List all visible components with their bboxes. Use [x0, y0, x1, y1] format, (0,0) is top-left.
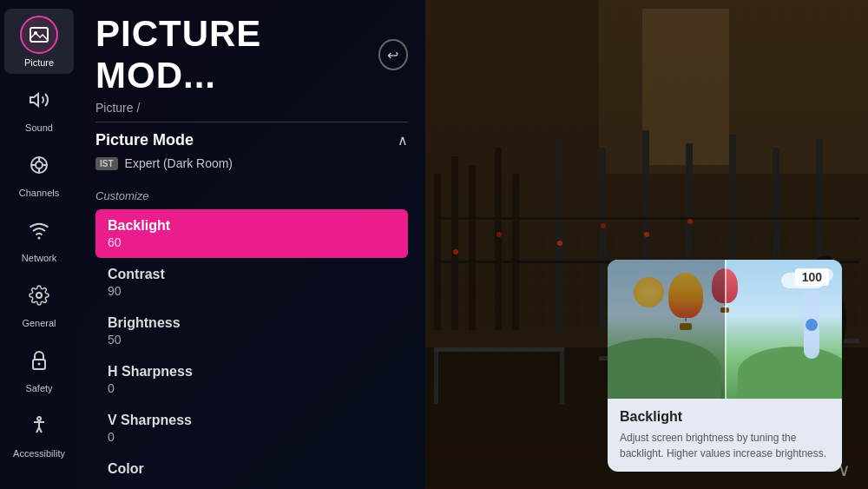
svg-rect-7 — [495, 148, 502, 330]
picture-mode-section: Picture Mode ∧ — [95, 131, 408, 149]
sidebar-channels-label: Channels — [19, 188, 59, 198]
svg-point-30 — [687, 219, 693, 224]
safety-icon — [20, 341, 58, 380]
svg-rect-6 — [469, 165, 476, 330]
sidebar-item-picture[interactable]: Picture — [4, 9, 74, 74]
color-name: Color — [108, 461, 396, 477]
sidebar-general-label: General — [22, 318, 56, 328]
v-sharpness-name: V Sharpness — [108, 413, 396, 428]
backlight-name: Backlight — [108, 218, 396, 234]
brightness-indicator: 100 — [795, 268, 829, 359]
svg-rect-22 — [560, 352, 564, 404]
sidebar: Picture Sound Channels — [0, 0, 78, 489]
svg-point-27 — [557, 241, 562, 246]
svg-point-28 — [601, 223, 606, 228]
balloon-scene: 100 — [608, 260, 842, 399]
sidebar-sound-label: Sound — [25, 122, 53, 133]
sidebar-item-accessibility[interactable]: Accessibility — [4, 400, 74, 465]
back-button[interactable]: ↩ — [378, 39, 408, 70]
svg-rect-4 — [434, 174, 441, 330]
svg-rect-5 — [451, 156, 458, 330]
sidebar-item-sound[interactable]: Sound — [4, 74, 74, 139]
svg-point-41 — [36, 293, 42, 298]
contrast-value: 90 — [108, 284, 396, 298]
sidebar-item-safety[interactable]: Safety — [4, 334, 74, 400]
slider-value: 100 — [795, 268, 829, 286]
channels-icon — [20, 146, 58, 184]
sidebar-item-general[interactable]: General — [4, 269, 74, 334]
sidebar-item-channels[interactable]: Channels — [4, 139, 74, 204]
sidebar-safety-label: Safety — [25, 383, 52, 393]
back-icon: ↩ — [387, 47, 398, 63]
picture-mode-info: IST Expert (Dark Room) — [95, 156, 408, 179]
svg-rect-8 — [512, 174, 519, 330]
tooltip-content: Backlight Adjust screen brightness by tu… — [608, 399, 842, 472]
svg-rect-16 — [434, 217, 859, 220]
sidebar-network-label: Network — [22, 253, 56, 263]
svg-marker-33 — [30, 94, 38, 106]
breadcrumb: Picture / — [95, 101, 408, 122]
setting-h-sharpness[interactable]: H Sharpness 0 — [95, 355, 408, 404]
main-content: PICTURE MOD... ↩ Picture / Picture Mode … — [78, 0, 425, 489]
accessibility-icon — [20, 406, 58, 445]
tooltip-image: 100 — [608, 260, 842, 399]
picture-mode-title: Picture Mode — [95, 131, 194, 149]
svg-point-43 — [38, 362, 41, 365]
picture-icon — [20, 16, 58, 54]
sidebar-accessibility-label: Accessibility — [13, 448, 65, 459]
setting-v-sharpness[interactable]: V Sharpness 0 — [95, 404, 408, 453]
tooltip-card: 100 Backlight Adjust screen brightness b… — [608, 260, 842, 472]
svg-point-25 — [453, 249, 458, 254]
tooltip-title: Backlight — [620, 409, 830, 425]
h-sharpness-name: H Sharpness — [108, 364, 396, 380]
backlight-value: 60 — [108, 235, 396, 249]
h-sharpness-value: 0 — [108, 381, 396, 395]
svg-rect-3 — [642, 9, 729, 165]
contrast-name: Contrast — [108, 267, 396, 282]
page-header: PICTURE MOD... ↩ — [95, 13, 408, 96]
setting-brightness[interactable]: Brightness 50 — [95, 307, 408, 355]
sidebar-item-network[interactable]: Network — [4, 204, 74, 269]
svg-rect-18 — [434, 347, 564, 352]
tooltip-description: Adjust screen brightness by tuning the b… — [620, 430, 830, 461]
mode-badge: IST — [95, 157, 118, 170]
svg-point-26 — [496, 232, 502, 237]
image-divider — [725, 260, 727, 399]
setting-contrast[interactable]: Contrast 90 — [95, 258, 408, 307]
left-dim — [608, 260, 725, 399]
svg-point-35 — [36, 162, 43, 169]
section-collapse-icon[interactable]: ∧ — [398, 132, 408, 149]
svg-rect-9 — [556, 139, 562, 330]
sidebar-picture-label: Picture — [24, 57, 54, 68]
svg-point-29 — [644, 232, 649, 237]
page-title: PICTURE MOD... — [95, 13, 378, 96]
customize-label: Customize — [95, 189, 408, 202]
brightness-name: Brightness — [108, 315, 396, 331]
network-icon — [20, 211, 58, 249]
brightness-thumb — [806, 319, 818, 331]
mode-label: Expert (Dark Room) — [125, 156, 233, 170]
setting-color[interactable]: Color — [95, 453, 408, 487]
svg-point-44 — [37, 417, 41, 420]
general-icon — [20, 276, 58, 314]
svg-point-40 — [38, 236, 41, 239]
settings-list: Backlight 60 Contrast 90 Brightness 50 H… — [95, 209, 408, 487]
svg-rect-21 — [434, 352, 438, 404]
v-sharpness-value: 0 — [108, 430, 396, 444]
sound-icon — [20, 81, 58, 119]
svg-rect-10 — [599, 148, 606, 330]
brightness-value: 50 — [108, 333, 396, 347]
brightness-track — [804, 289, 819, 359]
setting-backlight[interactable]: Backlight 60 — [95, 209, 408, 258]
